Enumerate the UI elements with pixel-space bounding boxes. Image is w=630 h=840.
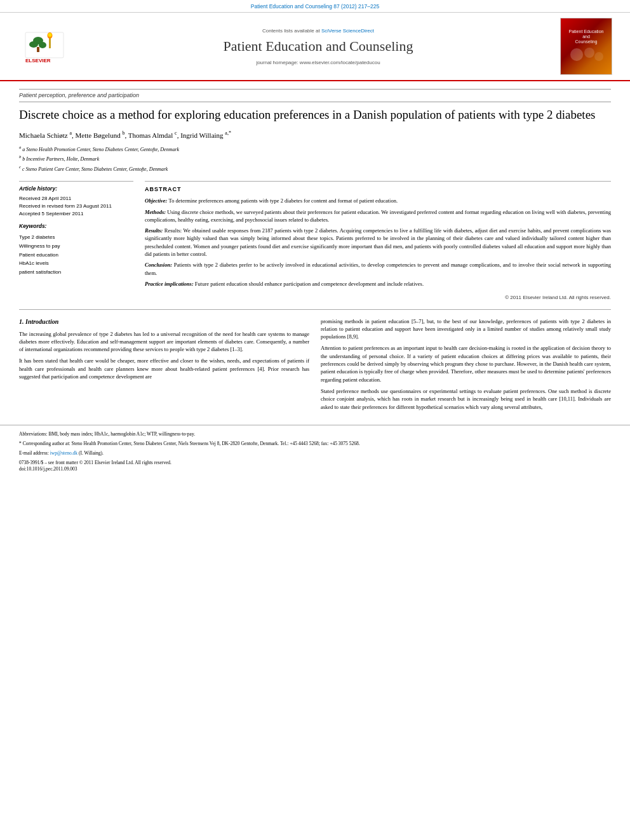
journal-reference: Patient Education and Counseling 87 (201… (251, 3, 379, 10)
body-content: 1. Introduction The increasing global pr… (19, 317, 611, 415)
svg-point-2 (29, 41, 38, 48)
authors-line: Michaela Schiøtz a, Mette Bøgelund b, Th… (19, 130, 611, 140)
svg-point-9 (570, 48, 583, 61)
intro-right-paragraph-2: Attention to patient preferences as an i… (321, 344, 611, 383)
footer-email: E-mail address: iwp@steno.dk (I. Willain… (19, 450, 611, 457)
intro-heading: 1. Introduction (19, 317, 309, 326)
svg-point-11 (594, 52, 603, 61)
header-right: Patient Education and Counseling (560, 18, 617, 75)
cover-title-line2: and (582, 34, 590, 39)
intro-right-paragraph-1: promising methods in patient education [… (321, 317, 611, 341)
article-info-abstract: Article history: Received 28 April 2011 … (19, 181, 611, 302)
body-right-column: promising methods in patient education [… (321, 317, 611, 415)
affiliations: a a Steno Health Promotion Center, Steno… (19, 144, 611, 173)
keywords-section: Keywords: Type 2 diabetes Willingness to… (19, 223, 133, 276)
journal-homepage: journal homepage: www.elsevier.com/locat… (83, 59, 554, 66)
email-link[interactable]: iwp@steno.dk (50, 450, 77, 456)
practice-text: Future patient education should enhance … (195, 281, 424, 287)
contents-availability-line: Contents lists available at SciVerse Sci… (83, 27, 554, 34)
body-left-column: 1. Introduction The increasing global pr… (19, 317, 309, 415)
affiliation-c: c c Steno Patient Care Center, Steno Dia… (19, 164, 611, 173)
abstract-methods: Methods: Using discrete choice methods, … (145, 208, 611, 224)
revised-date: Received in revised form 23 August 2011 (19, 203, 133, 210)
section-label: Patient perception, preference and parti… (19, 89, 611, 102)
footer-issn-doi: 0738-3991/$ – see front matter © 2011 El… (19, 460, 611, 473)
top-banner: Patient Education and Counseling 87 (201… (0, 0, 630, 13)
copyright-line: © 2011 Elsevier Ireland Ltd. All rights … (145, 291, 611, 301)
objective-label: Objective: (145, 197, 169, 204)
page: Patient Education and Counseling 87 (201… (0, 0, 630, 840)
svg-point-10 (584, 48, 594, 58)
article-title: Discrete choice as a method for explorin… (19, 107, 611, 123)
affiliation-b: b b Incentive Partners, Holte, Denmark (19, 154, 611, 163)
abstract-column: ABSTRACT Objective: To determine prefere… (145, 181, 611, 302)
keyword-5: patient satisfaction (19, 268, 133, 277)
conclusion-label: Conclusion: (145, 262, 174, 268)
abstract-section: ABSTRACT Objective: To determine prefere… (145, 181, 611, 302)
svg-rect-4 (37, 47, 39, 52)
intro-right-paragraph-3: Stated preference methods use questionna… (321, 387, 611, 411)
footer-area: Abbreviations: BMI, body mass index; HbA… (0, 425, 630, 476)
keywords-heading: Keywords: (19, 223, 133, 230)
journal-title: Patient Education and Counseling (83, 37, 554, 57)
results-text: Results: We obtained usable responses fr… (145, 227, 611, 257)
divider (19, 309, 611, 310)
practice-label: Practice implications: (145, 281, 195, 287)
abstract-practice-implications: Practice implications: Future patient ed… (145, 280, 611, 288)
abstract-heading: ABSTRACT (145, 181, 611, 194)
objective-text: To determine preferences among patients … (169, 197, 398, 204)
keyword-4: HbA1c levels (19, 259, 133, 268)
elsevier-logo: ELSEVIER (22, 29, 67, 64)
header-left: ELSEVIER (13, 29, 76, 64)
header-area: ELSEVIER Contents lists available at Sci… (0, 13, 630, 81)
svg-point-3 (39, 42, 46, 48)
conclusion-text: Patients with type 2 diabetes prefer to … (145, 262, 611, 276)
footer-abbreviations: Abbreviations: BMI, body mass index; HbA… (19, 430, 611, 437)
article-info-column: Article history: Received 28 April 2011 … (19, 181, 133, 302)
received-date: Received 28 April 2011 (19, 195, 133, 203)
article-content: Patient perception, preference and parti… (0, 81, 630, 422)
cover-title-line1: Patient Education (569, 29, 604, 34)
article-history: Article history: Received 28 April 2011 … (19, 181, 133, 218)
intro-paragraph-1: The increasing global prevalence of type… (19, 330, 309, 354)
intro-paragraph-2: It has been stated that health care woul… (19, 357, 309, 380)
svg-point-7 (48, 33, 52, 37)
keyword-3: Patient education (19, 251, 133, 260)
abstract-results: Results: Results: We obtained usable res… (145, 227, 611, 258)
footer-corresponding: * Corresponding author at: Steno Health … (19, 440, 611, 447)
results-label: Results: (145, 227, 164, 234)
keyword-2: Willingness to pay (19, 242, 133, 251)
abstract-conclusion: Conclusion: Patients with type 2 diabete… (145, 261, 611, 277)
methods-text: Using discrete choice methods, we survey… (145, 209, 611, 223)
svg-text:ELSEVIER: ELSEVIER (25, 58, 51, 63)
keyword-1: Type 2 diabetes (19, 233, 133, 242)
sciverse-link[interactable]: SciVerse ScienceDirect (321, 28, 374, 34)
affiliation-a: a a Steno Health Promotion Center, Steno… (19, 144, 611, 154)
methods-label: Methods: (145, 209, 167, 215)
article-history-heading: Article history: (19, 185, 133, 193)
journal-cover-image: Patient Education and Counseling (560, 18, 612, 75)
cover-decorative-image (567, 45, 605, 64)
abstract-objective: Objective: To determine preferences amon… (145, 197, 611, 204)
header-center: Contents lists available at SciVerse Sci… (76, 27, 560, 66)
accepted-date: Accepted 5 September 2011 (19, 210, 133, 218)
cover-title-line3: Counseling (575, 39, 597, 44)
